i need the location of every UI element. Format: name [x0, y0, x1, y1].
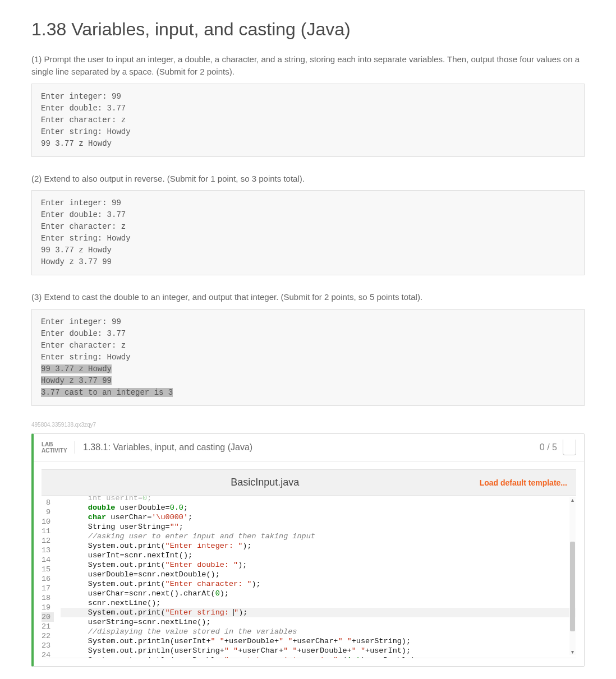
- code-line[interactable]: System.out.print("Enter character: ");: [61, 579, 576, 589]
- file-bar: BasicInput.java Load default template...: [42, 469, 576, 496]
- sample-output-2: Enter integer: 99 Enter double: 3.77 Ent…: [31, 190, 585, 275]
- sample-output-1: Enter integer: 99 Enter double: 3.77 Ent…: [31, 84, 585, 157]
- line-number: 9: [42, 507, 54, 517]
- line-number: 19: [42, 603, 54, 612]
- line-number: 12: [42, 536, 54, 546]
- line-number: 16: [42, 574, 54, 584]
- line-number: 22: [42, 631, 54, 641]
- scroll-down-icon[interactable]: ▾: [569, 649, 576, 655]
- lab-activity-tag: LABACTIVITY: [42, 441, 75, 454]
- code-line[interactable]: System.out.print("Enter integer: ");: [61, 541, 576, 551]
- page-title: 1.38 Variables, input, and casting (Java…: [31, 19, 585, 40]
- line-number: 24: [42, 650, 54, 658]
- code-line[interactable]: userString=scnr.nextLine();: [61, 617, 576, 627]
- code-line[interactable]: userChar=scnr.next().charAt(0);: [61, 589, 576, 598]
- line-number: 23: [42, 641, 54, 650]
- line-number: 14: [42, 555, 54, 565]
- line-number: 15: [42, 565, 54, 574]
- lab-activity-title: 1.38.1: Variables, input, and casting (J…: [75, 442, 252, 452]
- lab-header: LABACTIVITY 1.38.1: Variables, input, an…: [34, 434, 584, 461]
- code-line[interactable]: //displaying the value stored in the var…: [61, 627, 576, 636]
- vertical-scrollbar[interactable]: ▴ ▾: [569, 497, 576, 655]
- line-number: 11: [42, 526, 54, 536]
- code-lines[interactable]: int userInt=0; double userDouble=0.0; ch…: [58, 498, 576, 658]
- sample-output-3: Enter integer: 99 Enter double: 3.77 Ent…: [31, 309, 585, 406]
- code-line[interactable]: scnr.nextLine();: [61, 598, 576, 608]
- instruction-3: (3) Extend to cast the double to an inte…: [31, 291, 585, 303]
- instruction-2: (2) Extend to also output in reverse. (S…: [31, 173, 585, 185]
- code-editor[interactable]: 8910111213141516171819202122232425 int u…: [42, 496, 576, 658]
- code-line[interactable]: String userString="";: [61, 522, 576, 532]
- lab-activity-block: LABACTIVITY 1.38.1: Variables, input, an…: [31, 433, 585, 667]
- sample-3-highlight: 99 3.77 z Howdy Howdy z 3.77 99 3.77 cas…: [41, 364, 173, 397]
- session-hash: 495804.3359138.qx3zqy7: [31, 422, 585, 428]
- code-line[interactable]: double userDouble=0.0;: [61, 503, 576, 512]
- code-line[interactable]: userDouble=scnr.nextDouble();: [61, 570, 576, 579]
- line-number: 8: [42, 498, 54, 507]
- code-line[interactable]: userInt=scnr.nextInt();: [61, 551, 576, 560]
- line-number: 18: [42, 593, 54, 603]
- line-number: 13: [42, 546, 54, 555]
- line-number: 10: [42, 517, 54, 526]
- code-line[interactable]: System.out.print("Enter string: ");: [61, 608, 576, 617]
- code-line[interactable]: int userInt=0;: [61, 496, 576, 503]
- resize-grip-icon[interactable]: ⤢: [570, 666, 576, 667]
- sample-3-prefix: Enter integer: 99 Enter double: 3.77 Ent…: [41, 317, 131, 362]
- line-number-gutter: 8910111213141516171819202122232425: [42, 498, 58, 658]
- file-name: BasicInput.java: [50, 477, 480, 488]
- code-line[interactable]: System.out.println(userString+" "+userCh…: [61, 646, 576, 655]
- lab-score-text: 0 / 5: [540, 442, 557, 452]
- scroll-thumb[interactable]: [570, 542, 575, 631]
- code-line[interactable]: //asking user to enter input and then ta…: [61, 532, 576, 541]
- instruction-1: (1) Prompt the user to input an integer,…: [31, 53, 585, 78]
- score-badge-icon: [563, 440, 576, 455]
- line-number: 21: [42, 622, 54, 631]
- lab-score: 0 / 5: [540, 440, 576, 455]
- line-number: 20: [42, 612, 54, 622]
- code-line[interactable]: char userChar='\u0000';: [61, 512, 576, 522]
- load-default-template-link[interactable]: Load default template...: [480, 478, 567, 487]
- scroll-up-icon[interactable]: ▴: [569, 497, 576, 503]
- code-line[interactable]: System.out.println(userInt+" "+userDoubl…: [61, 636, 576, 646]
- line-number: 17: [42, 584, 54, 593]
- code-line[interactable]: System.out.print("Enter double: ");: [61, 560, 576, 570]
